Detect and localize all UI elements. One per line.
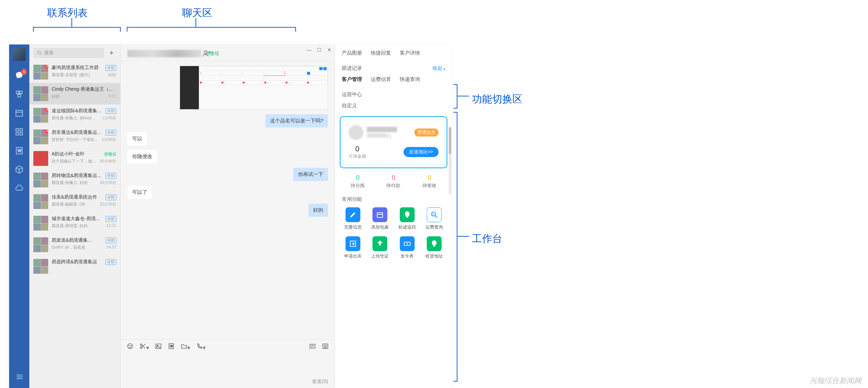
word-icon[interactable]: W (168, 343, 175, 351)
search-input[interactable]: 搜索 (33, 48, 104, 58)
function-addr[interactable]: 收货地址 (422, 236, 446, 259)
message-out[interactable]: 你再试一下 (293, 168, 328, 181)
message-preview: 易境通-张佩儿: @llooll ... (52, 115, 100, 121)
contact-name: 易非通达&易境通集运... (52, 129, 103, 136)
search-icon: ¥ (427, 207, 442, 222)
annotation-chat-area: 聊天区 (182, 6, 212, 20)
contact-item[interactable]: 3速达猫国际&易境通集...外部易境通-张佩儿: @llooll ...1分钟前 (29, 105, 120, 126)
tab-freight-calc[interactable]: 运费估算 (371, 76, 391, 83)
function-edit[interactable]: 完善信息 (341, 207, 365, 230)
stat-label: 待分拣 (351, 183, 365, 189)
svg-rect-30 (310, 344, 315, 348)
contact-avatar (33, 259, 48, 274)
contact-item[interactable]: 易派送&易境通集...外部GARY: 好，我看看14:57 (29, 234, 120, 256)
scrollbar[interactable] (449, 127, 451, 195)
collapse-button[interactable]: 收起 (432, 65, 445, 71)
contact-item[interactable]: 2易非通达&易境通集运...外部贺舒婷: 可以付一下域名...5分钟前 (29, 126, 120, 148)
apps-icon[interactable] (15, 127, 24, 136)
svg-point-14 (38, 51, 40, 54)
add-member-icon[interactable] (202, 49, 211, 58)
message-in[interactable]: 可以了 (127, 186, 152, 199)
close-button[interactable]: ✕ (327, 47, 332, 53)
image-message[interactable]: #-------- -- ------------ (180, 66, 328, 110)
contact-item[interactable]: Cindy Cheng-香港集运王（...好的6/12 (29, 83, 120, 105)
contact-avatar (33, 216, 48, 231)
contact-list: 1豪鸿易境通系统工作群外部易境通-吴瑞莹: [图片]刚刚Cindy Cheng-… (29, 61, 120, 388)
function-label: 申请出库 (341, 253, 365, 259)
stat-number: 0 (386, 174, 400, 181)
function-out[interactable]: 申请出库 (341, 236, 365, 259)
message-out[interactable]: 好的 (308, 204, 328, 217)
scissors-icon[interactable]: ▾ (140, 343, 149, 351)
contact-item[interactable]: 易转物流&易境通集运...外部易境通-张佩儿: 好的46分钟前 (29, 169, 120, 191)
contact-item[interactable]: 易选跨境&易境通集运外部 (29, 256, 120, 277)
send-address-button[interactable]: 发送地址>> (403, 147, 439, 157)
external-tag: 外部 (106, 108, 116, 114)
tab-custom[interactable]: 自定义 (342, 102, 357, 109)
annotation-contact-list: 联系列表 (47, 6, 88, 20)
tab-express-query[interactable]: 快递查询 (400, 76, 420, 83)
message-preview: 易境通-张佩儿: 好的 (52, 180, 98, 186)
image-icon[interactable] (155, 343, 162, 351)
app-window: 6 W 搜索 + 1豪鸿易境通系 (9, 44, 452, 388)
calendar-icon[interactable] (15, 109, 24, 117)
contact-name: 易转物流&易境通集运... (52, 173, 103, 179)
folder-icon[interactable]: ▾ (181, 343, 190, 351)
stat-number: 0 (351, 174, 365, 181)
tab-ops-center[interactable]: 运营中心 (342, 91, 362, 98)
contacts-icon[interactable] (15, 90, 24, 98)
function-search[interactable]: ¥运费查询 (422, 207, 446, 230)
message-out[interactable]: 这个品名可以改一下吗? (265, 114, 328, 127)
bracket-contacts (33, 27, 120, 28)
phone-icon[interactable]: ▾ (196, 343, 206, 351)
docs-icon[interactable]: W (15, 146, 24, 155)
work-panel: 产品图册 快捷回复 客户详情 跟进记录 收起 客户管理 运费估算 快递查询 运营… (335, 44, 452, 388)
stat-item[interactable]: 0待分拣 (351, 174, 365, 189)
contact-item[interactable]: 1豪鸿易境通系统工作群外部易境通-吴瑞莹: [图片]刚刚 (29, 61, 120, 83)
function-box[interactable]: 添加包裹 (368, 207, 392, 230)
svg-point-45 (407, 243, 408, 244)
function-pin[interactable]: 轨迹追踪 (395, 207, 419, 230)
function-upload[interactable]: 上传凭证 (368, 236, 392, 259)
tab-customer-detail[interactable]: 客户详情 (400, 50, 420, 56)
emoji-icon[interactable] (127, 343, 133, 351)
list-icon[interactable] (322, 343, 329, 351)
cloud-icon[interactable] (15, 184, 24, 193)
stat-item[interactable]: 0待付款 (386, 174, 400, 189)
menu-icon[interactable] (15, 372, 24, 381)
svg-point-23 (141, 347, 142, 349)
tab-product-album[interactable]: 产品图册 (342, 50, 362, 56)
contact-item[interactable]: 城市速递大鑫仓-易境...外部易境通-梁明莲: 好的15:31 (29, 212, 120, 234)
contact-avatar (33, 86, 48, 101)
maximize-button[interactable]: ☐ (317, 47, 322, 53)
user-avatar[interactable] (13, 48, 26, 61)
contact-item[interactable]: 佳美&易境通系统合作外部易境通-杨丽喜: OK50分钟前 (29, 191, 120, 212)
stat-label: 待付款 (386, 183, 400, 189)
quote-icon[interactable] (309, 343, 316, 351)
minimize-button[interactable]: — (306, 47, 312, 53)
svg-rect-2 (18, 94, 21, 97)
chat-input[interactable]: 发送(S) (121, 354, 335, 388)
send-button[interactable]: 发送(S) (312, 379, 328, 385)
message-in[interactable]: 你随便改 (127, 150, 157, 163)
contact-item[interactable]: A韵达小叶-金叶@微信这个我确认了一下，做...46分钟前 (29, 148, 120, 169)
stat-item[interactable]: 0待签收 (422, 174, 437, 189)
add-button[interactable]: + (107, 48, 116, 58)
chat-icon[interactable]: 6 (15, 71, 24, 80)
tab-follow-record[interactable]: 跟进记录 (342, 65, 362, 71)
message-in[interactable]: 可以 (127, 132, 147, 145)
contact-panel: 搜索 + 1豪鸿易境通系统工作群外部易境通-吴瑞莹: [图片]刚刚Cindy C… (29, 44, 121, 388)
member-badge: 普通会员 (414, 128, 439, 137)
chat-title (127, 50, 202, 57)
tab-customer-mgmt[interactable]: 客户管理 (342, 76, 362, 83)
pin-icon (400, 207, 415, 222)
svg-rect-7 (16, 132, 19, 135)
tab-quick-reply[interactable]: 快捷回复 (371, 50, 391, 56)
contact-name: Cindy Cheng-香港集运王（... (52, 86, 116, 92)
function-ticket[interactable]: 发卡券 (395, 236, 419, 259)
contact-avatar: 1 (33, 65, 48, 80)
svg-point-21 (131, 346, 131, 346)
contact-avatar: 3 (33, 108, 48, 123)
cube-icon[interactable] (15, 165, 24, 174)
contact-name: 城市速递大鑫仓-易境... (52, 216, 103, 222)
